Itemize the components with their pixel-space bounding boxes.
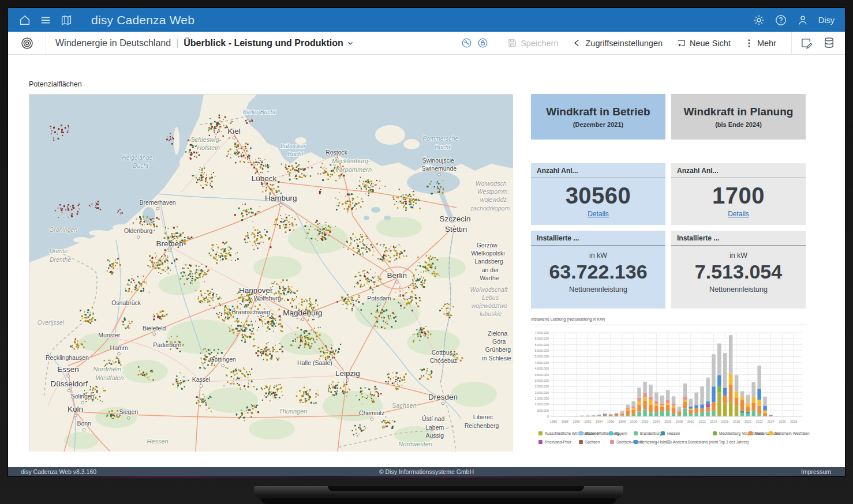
more-button[interactable]: ⋮ Mehr xyxy=(744,37,776,48)
bar-segment-other[interactable] xyxy=(689,399,693,407)
bar-segment-other[interactable] xyxy=(729,335,733,374)
bar-segment-other[interactable] xyxy=(723,353,727,388)
bar-segment-awz[interactable] xyxy=(723,403,727,416)
bar-chart-panel[interactable]: Installierte Leistung (Nettoleistung in … xyxy=(531,317,806,447)
bar-segment-ni[interactable] xyxy=(654,405,659,412)
bar-segment-bb[interactable] xyxy=(654,412,659,416)
bar-segment-other[interactable] xyxy=(678,407,682,410)
user-name-label[interactable]: Disy xyxy=(818,16,835,25)
bar-segment-other[interactable] xyxy=(694,393,698,405)
bar-segment-nw[interactable] xyxy=(660,405,664,407)
bar-segment-ni[interactable] xyxy=(678,412,682,415)
bar-segment-other[interactable] xyxy=(683,383,687,397)
legend-item-other[interactable]: Anderes Bundesland (nicht Top 3 des Jahr… xyxy=(667,440,749,444)
bar-segment-bb[interactable] xyxy=(706,412,710,416)
bar-segment-other[interactable] xyxy=(631,401,635,407)
bar-segment-nw[interactable] xyxy=(689,409,693,410)
bar-segment-sh[interactable] xyxy=(763,405,767,410)
bar-segment-ni[interactable] xyxy=(683,402,687,408)
bar-segment-ni[interactable] xyxy=(580,416,584,416)
legend-item-he[interactable]: Hessen xyxy=(661,431,680,435)
bar-segment-other[interactable] xyxy=(615,413,619,414)
bar-segment-other[interactable] xyxy=(757,366,761,389)
bar-segment-bb[interactable] xyxy=(620,416,624,416)
bar-segment-sh[interactable] xyxy=(609,415,613,415)
bar-segment-ni[interactable] xyxy=(723,396,727,404)
bar-segment-other[interactable] xyxy=(700,386,704,404)
bar-segment-st[interactable] xyxy=(660,403,664,405)
bar-segment-other[interactable] xyxy=(643,382,647,393)
bar-segment-ni[interactable] xyxy=(666,405,670,411)
bar-segment-ni[interactable] xyxy=(603,415,607,416)
bar-segment-st[interactable] xyxy=(631,407,635,408)
bar-segment-ni[interactable] xyxy=(592,416,596,416)
bar-segment-awz[interactable] xyxy=(729,403,733,416)
bar-segment-ni[interactable] xyxy=(620,413,624,415)
bar-segment-ni[interactable] xyxy=(574,416,578,417)
bar-segment-ni[interactable] xyxy=(689,410,693,414)
bar-segment-other[interactable] xyxy=(717,344,721,375)
bar-segment-nw[interactable] xyxy=(735,392,739,398)
bar-segment-sh[interactable] xyxy=(615,414,619,415)
bar-segment-bb[interactable] xyxy=(678,415,682,416)
bar-segment-ni[interactable] xyxy=(712,402,716,411)
bar-segment-nw[interactable] xyxy=(649,400,653,405)
bar-segment-bb[interactable] xyxy=(700,412,704,416)
bar-segment-ni[interactable] xyxy=(626,411,630,415)
legend-item-nw[interactable]: Nordrhein-Westfalen xyxy=(769,431,810,435)
bar-segment-he[interactable] xyxy=(740,411,744,413)
details-link[interactable]: Details xyxy=(671,210,806,218)
legend-item-bb[interactable]: Brandenburg xyxy=(634,431,662,435)
bar-segment-bb[interactable] xyxy=(689,414,693,416)
bar-segment-other[interactable] xyxy=(769,415,773,415)
bar-segment-other[interactable] xyxy=(666,390,670,400)
bar-segment-sh[interactable] xyxy=(694,405,698,408)
bar-segment-st[interactable] xyxy=(666,400,670,403)
bar-segment-other[interactable] xyxy=(620,411,624,413)
bar-segment-other[interactable] xyxy=(672,396,676,404)
bar-segment-bb[interactable] xyxy=(752,411,756,416)
edit-sheet-icon[interactable] xyxy=(800,36,813,50)
bar-segment-nw[interactable] xyxy=(740,397,744,400)
bar-segment-ni[interactable] xyxy=(757,405,761,414)
bar-segment-bb[interactable] xyxy=(649,413,653,416)
bar-segment-bb[interactable] xyxy=(609,416,613,416)
bar-segment-other[interactable] xyxy=(626,405,630,408)
bar-segment-nw[interactable] xyxy=(683,400,687,402)
bar-segment-other[interactable] xyxy=(649,385,653,397)
bar-segment-other[interactable] xyxy=(592,415,596,416)
bar-segment-bb[interactable] xyxy=(637,412,641,416)
bar-segment-sh[interactable] xyxy=(769,415,773,416)
new-view-button[interactable]: Neue Sicht xyxy=(676,38,731,48)
bar-segment-other[interactable] xyxy=(740,392,744,397)
bar-segment-bb[interactable] xyxy=(631,415,635,416)
breadcrumb-current-dropdown[interactable]: Überblick - Leistung und Produktion xyxy=(184,38,353,48)
bar-segment-sh[interactable] xyxy=(603,414,607,415)
bar-segment-ni[interactable] xyxy=(586,416,590,416)
bar-segment-st[interactable] xyxy=(637,398,641,402)
bar-segment-bb[interactable] xyxy=(746,413,750,416)
bar-segment-awz[interactable] xyxy=(717,393,721,416)
bar-segment-st[interactable] xyxy=(620,413,624,413)
bar-segment-other[interactable] xyxy=(654,393,659,401)
bar-segment-bb[interactable] xyxy=(615,416,619,416)
bar-segment-ni[interactable] xyxy=(769,416,773,416)
home-icon[interactable] xyxy=(18,14,31,27)
bar-segment-st[interactable] xyxy=(654,401,659,404)
bar-segment-other[interactable] xyxy=(603,413,607,414)
bar-segment-other[interactable] xyxy=(752,382,756,397)
bar-segment-other[interactable] xyxy=(580,415,584,416)
save-button[interactable]: Speichern xyxy=(507,38,558,48)
bar-segment-other[interactable] xyxy=(586,415,590,416)
bar-segment-other[interactable] xyxy=(763,397,767,406)
bar-segment-sh[interactable] xyxy=(689,407,693,409)
bar-segment-other[interactable] xyxy=(637,388,641,397)
bar-segment-nw[interactable] xyxy=(626,409,630,411)
bar-segment-st[interactable] xyxy=(643,393,647,397)
bar-segment-other[interactable] xyxy=(597,415,601,415)
bar-segment-bb[interactable] xyxy=(757,414,761,416)
bar-segment-st[interactable] xyxy=(649,397,653,400)
bar-segment-ni[interactable] xyxy=(763,413,767,416)
bar-segment-ni[interactable] xyxy=(609,415,613,416)
bar-segment-sh[interactable] xyxy=(757,389,761,400)
